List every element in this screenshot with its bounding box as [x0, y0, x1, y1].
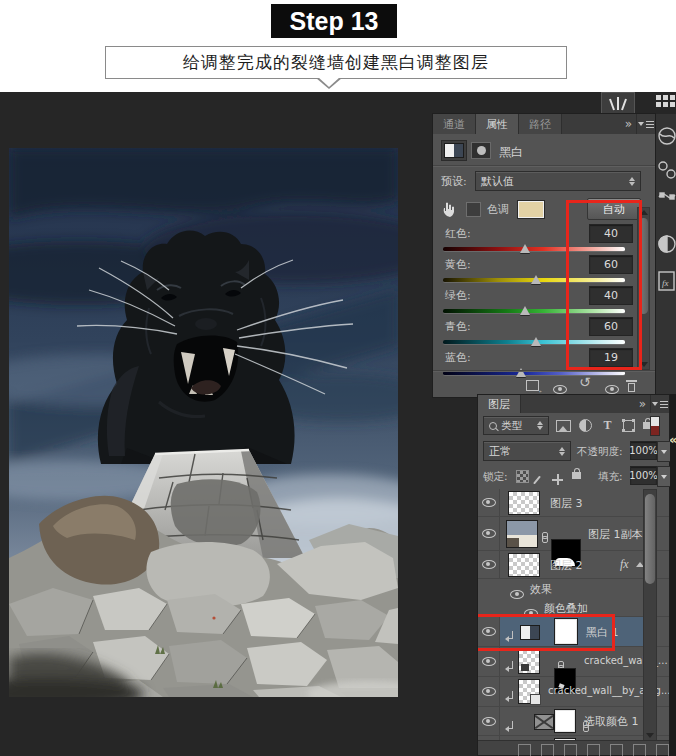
subtitle-pointer-fill: [318, 77, 340, 87]
cyan-slider-thumb[interactable]: [531, 337, 541, 346]
visibility-toggle[interactable]: [478, 677, 500, 706]
lock-all-button[interactable]: [572, 464, 581, 483]
lock-icon: [572, 472, 581, 479]
collapse-panel-icon[interactable]: »: [635, 395, 650, 413]
effects-row[interactable]: 效果: [478, 579, 669, 598]
filter-toggle-switch[interactable]: [650, 416, 660, 436]
reset-button[interactable]: ↺: [579, 374, 591, 390]
step-subtitle: 给调整完成的裂缝墙创建黑白调整图层: [105, 46, 567, 79]
layer-thumbnail[interactable]: [506, 520, 538, 548]
properties-panel: 通道 属性 路径 » 黑白 预设: 默认值: [432, 113, 656, 398]
filter-text-layers-button[interactable]: T: [598, 417, 617, 434]
properties-tabbar: 通道 属性 路径 »: [433, 114, 655, 134]
collapse-left-icon: «: [670, 432, 676, 447]
layers-scrollbar[interactable]: [643, 489, 657, 741]
yellow-slider-thumb[interactable]: [531, 275, 541, 284]
red-slider-thumb[interactable]: [520, 244, 530, 253]
panel-menu-icon[interactable]: [636, 114, 655, 134]
visibility-toggle[interactable]: [478, 517, 500, 550]
delete-adjustment-button[interactable]: [626, 376, 637, 395]
layer-style-icon[interactable]: [541, 744, 554, 756]
layers-panel: 图层 » 类型 T 正常: [477, 394, 670, 756]
scroll-down-icon[interactable]: [646, 733, 654, 738]
filter-shape-layers-button[interactable]: [619, 417, 638, 434]
clip-to-layer-button[interactable]: ˿: [526, 376, 542, 395]
tab-paths[interactable]: 路径: [519, 114, 562, 134]
blend-mode-dropdown[interactable]: 正常: [483, 441, 571, 461]
layer-thumbnail[interactable]: [508, 491, 540, 515]
new-group-icon[interactable]: [610, 744, 623, 756]
layer-thumbnail[interactable]: [508, 553, 540, 577]
delete-layer-icon[interactable]: [656, 744, 669, 756]
smart-object-thumbnail[interactable]: [518, 679, 540, 704]
tab-properties[interactable]: 属性: [476, 114, 519, 134]
add-mask-icon[interactable]: [564, 744, 577, 756]
layer-name[interactable]: 图层 2: [550, 558, 583, 573]
fill-dropdown-arrow[interactable]: [657, 466, 671, 487]
layers-bottom-toolbar[interactable]: [478, 740, 669, 755]
eye-icon: [482, 560, 496, 569]
dock-collapse-strip[interactable]: «: [670, 394, 676, 756]
move-icon: [552, 474, 563, 485]
stepper-icon: [537, 421, 543, 430]
step-subtitle-text: 给调整完成的裂缝墙创建黑白调整图层: [183, 51, 489, 74]
targeted-adjustment-hand-icon[interactable]: [441, 200, 458, 218]
eye-icon: [482, 657, 496, 666]
tab-channels[interactable]: 通道: [433, 114, 476, 134]
opacity-dropdown-arrow[interactable]: [657, 441, 671, 462]
filter-adjustment-layers-button[interactable]: [576, 417, 595, 434]
layer-name[interactable]: 选取颜色 1: [584, 714, 639, 729]
layer-name[interactable]: 图层 3: [550, 496, 583, 511]
visibility-toggle[interactable]: [478, 489, 500, 516]
filter-kind-dropdown[interactable]: 类型: [483, 416, 549, 435]
checkerboard-icon: [516, 470, 529, 483]
green-slider-thumb[interactable]: [520, 306, 530, 315]
clipping-mask-arrow-icon: [505, 661, 514, 672]
collapse-panel-icon[interactable]: »: [621, 114, 636, 134]
layer-thumbnail[interactable]: [518, 649, 540, 674]
tutorial-screenshot: Step 13 给调整完成的裂缝墙创建黑白调整图层: [0, 0, 676, 756]
lock-pixels-button[interactable]: [536, 470, 538, 489]
lock-label: 锁定:: [483, 470, 508, 484]
layer-row[interactable]: cracked_wall__...: [478, 647, 669, 677]
canvas-image: [9, 148, 398, 697]
visibility-toggle[interactable]: [478, 647, 500, 676]
link-layers-icon[interactable]: [518, 744, 531, 756]
fill-label: 填充:: [598, 470, 623, 484]
layer-row[interactable]: 图层 1副本 2: [478, 517, 669, 551]
slider-values-highlight: [566, 200, 642, 370]
layer-row[interactable]: 图层 3: [478, 489, 669, 517]
layer-mask-thumbnail[interactable]: [554, 709, 576, 733]
fan-brush-icon: [607, 96, 629, 111]
layer-row[interactable]: 选取颜色 1: [478, 707, 669, 736]
preset-label: 预设:: [441, 174, 467, 189]
visibility-toggle[interactable]: [478, 551, 500, 578]
properties-bottom-bar: ˿ ↺: [433, 370, 655, 397]
lock-position-button[interactable]: [552, 470, 563, 489]
visibility-toggle[interactable]: [478, 707, 500, 735]
tab-layers[interactable]: 图层: [478, 395, 521, 413]
shape-layer-icon: [623, 420, 635, 432]
selective-color-icon[interactable]: [534, 714, 554, 730]
lock-transparency-button[interactable]: [516, 468, 529, 487]
scroll-thumb[interactable]: [645, 494, 655, 584]
layer-row[interactable]: 图层 2 fx: [478, 551, 669, 579]
stepper-icon: [629, 177, 635, 186]
new-adjustment-icon[interactable]: [587, 744, 600, 756]
tint-color-swatch[interactable]: [517, 200, 545, 219]
fill-value[interactable]: 100%: [630, 466, 657, 485]
layers-menu-icon[interactable]: [650, 395, 669, 413]
mask-link-icon[interactable]: [542, 532, 548, 543]
tint-checkbox[interactable]: [466, 202, 481, 217]
blend-mode-row: 正常 不透明度: 100%: [478, 439, 669, 463]
smart-object-badge-icon: [530, 694, 541, 705]
selected-layer-highlight: [478, 614, 615, 651]
panel-dock[interactable]: fx: [656, 92, 676, 394]
preset-dropdown[interactable]: 默认值: [475, 171, 641, 191]
layer-row[interactable]: cracked_wall__by_adig...: [478, 677, 669, 707]
filter-image-layers-button[interactable]: [554, 417, 573, 434]
workspace-tool-button[interactable]: [601, 92, 635, 114]
opacity-value[interactable]: 100%: [630, 441, 657, 460]
image-layer-icon: [556, 420, 571, 432]
new-layer-icon[interactable]: [633, 744, 646, 756]
